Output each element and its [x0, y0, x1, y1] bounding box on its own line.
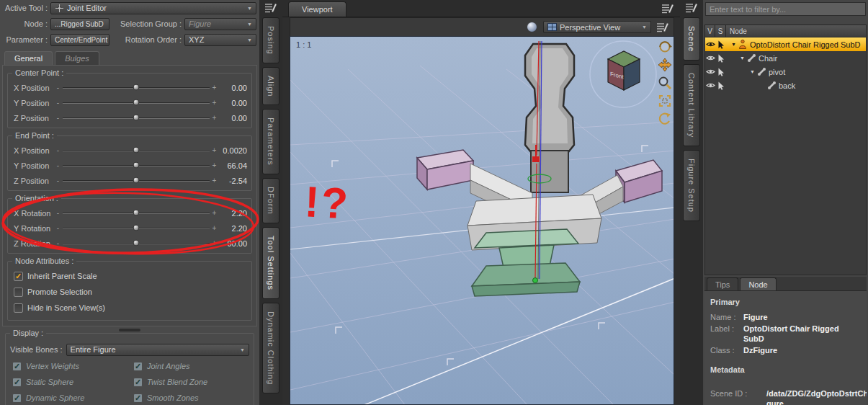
- visible-bones-select[interactable]: Entire Figure ▼: [66, 344, 249, 356]
- scene-node-label[interactable]: pivot: [769, 68, 785, 76]
- dock-tab-tool-settings[interactable]: Tool Settings: [262, 227, 279, 299]
- frame-icon[interactable]: [658, 94, 672, 108]
- dock-tab-posing[interactable]: Posing: [262, 17, 279, 63]
- decrement-icon[interactable]: -: [55, 224, 61, 232]
- checkbox-hide-in-scene-views[interactable]: Hide in Scene View(s): [10, 300, 249, 316]
- slider-track[interactable]: [63, 165, 210, 166]
- tab-general[interactable]: General: [4, 51, 53, 65]
- slider-value[interactable]: 66.04: [218, 161, 249, 170]
- orbit-icon[interactable]: [658, 40, 672, 54]
- scene-node-label[interactable]: Chair: [759, 54, 777, 63]
- pan-icon[interactable]: [658, 58, 672, 72]
- tab-node[interactable]: Node: [740, 277, 776, 290]
- slider-thumb[interactable]: [133, 115, 140, 121]
- dock-tab-parameters[interactable]: Parameters: [262, 109, 279, 174]
- increment-icon[interactable]: +: [211, 114, 218, 122]
- slider-value[interactable]: 2.20: [218, 209, 249, 218]
- slider-track[interactable]: [63, 102, 210, 104]
- slider-track[interactable]: [63, 150, 210, 151]
- slider-value[interactable]: -2.54: [218, 177, 249, 185]
- increment-icon[interactable]: +: [211, 84, 218, 92]
- decrement-icon[interactable]: -: [55, 146, 61, 154]
- checkbox[interactable]: ✓: [12, 378, 22, 387]
- increment-icon[interactable]: +: [211, 224, 218, 232]
- tab-viewport[interactable]: Viewport: [288, 1, 346, 17]
- dock-tab-scene[interactable]: Scene: [683, 17, 700, 61]
- selection-cursor-icon[interactable]: [716, 54, 727, 63]
- selection-cursor-icon[interactable]: [716, 68, 727, 76]
- increment-icon[interactable]: +: [211, 161, 218, 169]
- decrement-icon[interactable]: -: [55, 239, 61, 247]
- increment-icon[interactable]: +: [211, 239, 218, 247]
- column-visibility[interactable]: V: [704, 25, 715, 37]
- scene-node-label[interactable]: back: [779, 81, 795, 90]
- slider-thumb[interactable]: [133, 210, 140, 216]
- selection-cursor-icon[interactable]: [716, 81, 727, 90]
- node-select[interactable]: ...Rigged SubD ▼: [50, 18, 109, 30]
- slider-thumb[interactable]: [133, 84, 140, 91]
- checkbox-promote-selection[interactable]: Promote Selection: [10, 284, 249, 300]
- checkbox[interactable]: ✓: [133, 362, 143, 371]
- slider-track[interactable]: [63, 213, 210, 214]
- checkbox-joint-angles[interactable]: ✓ Joint Angles: [130, 358, 251, 374]
- checkbox[interactable]: ✓: [14, 272, 23, 281]
- checkbox[interactable]: ✓: [133, 378, 143, 387]
- pane-options-icon[interactable]: [661, 3, 674, 14]
- decrement-icon[interactable]: -: [55, 114, 61, 122]
- joint-center-marker[interactable]: [532, 156, 540, 162]
- checkbox-vertex-weights[interactable]: ✓ Vertex Weights: [9, 358, 130, 374]
- parameter-select[interactable]: Center/EndPoint ▼: [50, 34, 109, 46]
- slider-thumb[interactable]: [133, 240, 140, 246]
- checkbox-inherit-parent-scale[interactable]: ✓ Inherit Parent Scale: [10, 268, 249, 284]
- slider-value[interactable]: 0.00: [218, 99, 249, 107]
- column-node[interactable]: Node: [726, 25, 867, 37]
- pivot-base[interactable]: [472, 229, 580, 296]
- decrement-icon[interactable]: -: [55, 209, 61, 217]
- slider-value[interactable]: 0.00: [218, 84, 249, 92]
- slider-thumb[interactable]: [133, 147, 140, 153]
- checkbox-smooth-zones[interactable]: ✓ Smooth Zones: [130, 390, 251, 405]
- checkbox[interactable]: ✓: [12, 362, 22, 371]
- increment-icon[interactable]: +: [211, 99, 218, 107]
- increment-icon[interactable]: +: [211, 209, 218, 217]
- expand-triangle-icon[interactable]: ▼: [738, 55, 746, 61]
- checkbox[interactable]: [14, 303, 23, 313]
- slider-thumb[interactable]: [133, 177, 140, 184]
- slider-track[interactable]: [63, 87, 210, 89]
- increment-icon[interactable]: +: [211, 146, 218, 154]
- expand-triangle-icon[interactable]: ▼: [730, 42, 738, 47]
- selection-group-select[interactable]: Figure ▼: [184, 18, 256, 30]
- decrement-icon[interactable]: -: [55, 99, 61, 107]
- slider-thumb[interactable]: [133, 225, 140, 231]
- left-arm-cap[interactable]: [417, 150, 473, 190]
- home-view-icon[interactable]: [658, 112, 672, 126]
- selection-cursor-icon[interactable]: [716, 40, 727, 49]
- tab-tips[interactable]: Tips: [707, 277, 738, 290]
- dock-tab-content-library[interactable]: Content Library: [683, 64, 700, 146]
- slider-track[interactable]: [63, 243, 210, 244]
- dock-tab-dform[interactable]: DForm: [262, 178, 279, 223]
- active-tool-select[interactable]: Joint Editor ▼: [50, 2, 256, 14]
- dock-tab-dynamic-clothing[interactable]: Dynamic Clothing: [262, 303, 279, 393]
- column-selectability[interactable]: S: [715, 25, 726, 37]
- visibility-eye-icon[interactable]: [705, 55, 716, 61]
- checkbox-twist-blend-zone[interactable]: ✓ Twist Blend Zone: [130, 374, 251, 390]
- checkbox[interactable]: ✓: [12, 393, 22, 403]
- visibility-eye-icon[interactable]: [705, 82, 716, 89]
- pane-options-icon[interactable]: [685, 2, 698, 14]
- scene-node-label[interactable]: OptoDistort Chair Rigged SubD: [750, 40, 860, 49]
- rotation-order-select[interactable]: XYZ ▼: [184, 34, 256, 46]
- view-selector[interactable]: Perspective View ▼: [543, 21, 651, 33]
- slider-track[interactable]: [63, 228, 210, 229]
- scene-tree-row-figure[interactable]: ▼ OptoDistort Chair Rigged SubD: [705, 37, 866, 51]
- checkbox[interactable]: [14, 288, 23, 297]
- expand-triangle-icon[interactable]: ▼: [748, 69, 756, 74]
- dock-tab-figure-setup[interactable]: Figure Setup: [683, 150, 700, 221]
- tab-bulges[interactable]: Bulges: [55, 51, 99, 65]
- joint-end-marker[interactable]: [533, 278, 538, 283]
- increment-icon[interactable]: +: [211, 177, 218, 184]
- decrement-icon[interactable]: -: [55, 177, 61, 184]
- scene-tree-row-pivot[interactable]: ▼ pivot: [705, 65, 866, 79]
- visibility-eye-icon[interactable]: [705, 41, 716, 48]
- slider-track[interactable]: [63, 180, 210, 182]
